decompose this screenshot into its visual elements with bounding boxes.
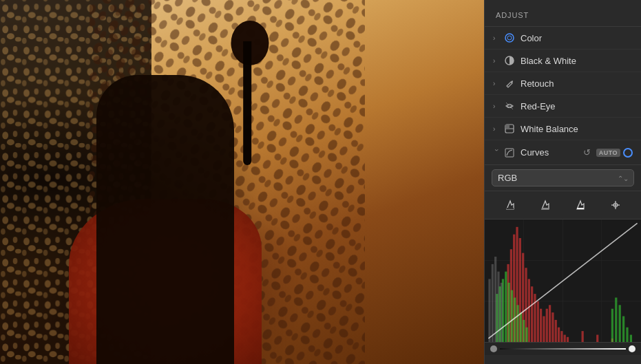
curves-header: › Curves ↺ AUTO	[485, 140, 641, 165]
svg-rect-72	[615, 297, 617, 342]
svg-rect-54	[560, 331, 563, 342]
svg-rect-44	[531, 286, 533, 342]
midtone-tool-button[interactable]	[536, 195, 555, 215]
svg-rect-69	[523, 320, 525, 342]
curves-section: › Curves ↺ AUTO RGB	[485, 140, 641, 355]
svg-rect-25	[542, 208, 549, 209]
svg-point-16	[507, 36, 512, 40]
curves-chart	[485, 220, 641, 342]
curves-chevron: ›	[493, 149, 501, 156]
input-range-slider[interactable]	[485, 342, 641, 355]
svg-rect-81	[501, 283, 503, 342]
sidebar-item-retouch[interactable]: › Retouch	[485, 72, 641, 95]
color-icon	[504, 32, 515, 43]
svg-rect-64	[508, 283, 510, 342]
adjust-panel: ADJUST › Color › Black & White	[484, 0, 641, 364]
curves-controls: ↺ AUTO	[580, 146, 633, 159]
red-eye-icon	[504, 100, 515, 111]
black-white-icon	[504, 55, 515, 66]
svg-rect-68	[520, 312, 522, 342]
histogram-area[interactable]	[485, 220, 641, 342]
svg-line-19	[506, 103, 513, 109]
svg-rect-58	[596, 335, 598, 343]
svg-rect-70	[525, 328, 527, 343]
rgb-row: RGB Red Green Blue ⌃⌄	[485, 165, 641, 191]
sidebar-item-black-white[interactable]: › Black & White	[485, 50, 641, 72]
highlight-point-handle[interactable]	[629, 345, 635, 352]
panel-title: ADJUST	[496, 11, 529, 19]
svg-rect-47	[540, 309, 542, 343]
svg-rect-51	[551, 312, 554, 342]
svg-rect-56	[567, 337, 569, 343]
chevron-icon: ›	[493, 103, 500, 110]
chevron-icon: ›	[493, 125, 500, 133]
curves-undo-button[interactable]: ↺	[580, 146, 593, 159]
curves-auto-badge[interactable]: AUTO	[596, 149, 620, 157]
svg-rect-79	[494, 257, 496, 342]
svg-rect-49	[546, 309, 548, 343]
panel-header: ADJUST	[485, 0, 641, 27]
svg-rect-45	[534, 294, 536, 342]
svg-rect-43	[528, 279, 530, 342]
svg-rect-48	[543, 317, 545, 343]
color-label: Color	[521, 33, 633, 43]
red-eye-label: Red-Eye	[521, 101, 633, 111]
chevron-icon: ›	[493, 34, 500, 42]
curves-tools-row	[485, 191, 641, 220]
svg-rect-26	[577, 208, 584, 209]
input-range-track	[500, 348, 626, 350]
svg-rect-71	[611, 309, 613, 343]
svg-rect-67	[516, 305, 518, 342]
svg-rect-55	[564, 335, 566, 343]
svg-rect-23	[505, 149, 514, 157]
shadow-point-handle[interactable]	[490, 345, 497, 352]
curves-circle-button[interactable]	[623, 148, 633, 158]
retouch-label: Retouch	[521, 78, 633, 89]
white-balance-icon	[504, 123, 515, 134]
sidebar-item-red-eye[interactable]: › Red-Eye	[485, 95, 641, 118]
adjust-items-list: › Color › Black & White ›	[485, 27, 641, 364]
svg-rect-75	[626, 328, 628, 343]
svg-rect-65	[511, 290, 513, 343]
curves-title: Curves	[521, 147, 580, 158]
chevron-icon: ›	[493, 57, 500, 65]
sidebar-item-color[interactable]: › Color	[485, 27, 641, 50]
black-point-tool-button[interactable]	[501, 195, 520, 215]
svg-rect-77	[488, 279, 490, 342]
svg-rect-24	[507, 208, 514, 209]
svg-point-15	[505, 34, 514, 42]
channel-select-wrapper: RGB Red Green Blue ⌃⌄	[492, 169, 634, 186]
add-point-tool-button[interactable]	[606, 195, 625, 215]
svg-rect-57	[582, 331, 584, 342]
svg-rect-50	[549, 305, 551, 342]
retouch-icon	[504, 78, 515, 89]
svg-rect-22	[505, 125, 509, 129]
white-balance-label: White Balance	[521, 124, 633, 134]
svg-rect-46	[537, 301, 539, 342]
white-point-tool-button[interactable]	[571, 195, 590, 215]
photo-area	[0, 0, 484, 364]
svg-rect-73	[619, 305, 621, 342]
svg-rect-76	[630, 335, 632, 343]
person-body	[96, 75, 234, 364]
chevron-icon: ›	[493, 80, 500, 87]
black-white-label: Black & White	[521, 56, 633, 66]
channel-select[interactable]: RGB Red Green Blue	[492, 169, 634, 186]
svg-rect-74	[622, 317, 624, 343]
svg-rect-52	[555, 320, 557, 342]
svg-rect-63	[505, 272, 507, 343]
svg-rect-78	[492, 264, 494, 342]
person-hair	[243, 41, 251, 165]
svg-rect-53	[558, 328, 560, 343]
curves-icon	[504, 147, 515, 158]
svg-rect-66	[514, 297, 516, 342]
sidebar-item-white-balance[interactable]: › White Balance	[485, 118, 641, 140]
